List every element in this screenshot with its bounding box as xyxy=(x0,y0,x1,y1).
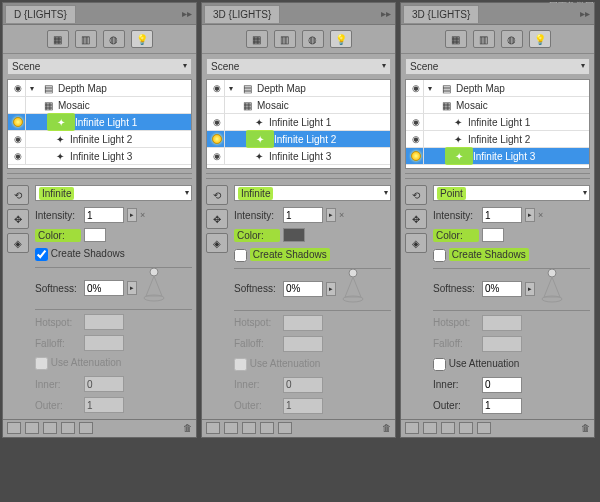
eye-icon[interactable]: ◉ xyxy=(14,83,22,93)
tree-depth-row[interactable]: ◉ ▾ ▤ Depth Map xyxy=(406,80,589,97)
intensity-input[interactable] xyxy=(283,207,323,223)
use-attenuation-row[interactable]: Use Attenuation xyxy=(433,358,590,371)
light-type-dropdown[interactable]: Point ▾ xyxy=(433,185,590,201)
toggle-icon[interactable] xyxy=(242,422,256,434)
softness-stepper[interactable]: ▸ xyxy=(525,282,535,296)
new-light-icon[interactable] xyxy=(206,422,220,434)
light-type-dropdown[interactable]: Infinite ▾ xyxy=(35,185,192,201)
misc-footer-icon[interactable] xyxy=(459,422,473,434)
color-swatch[interactable] xyxy=(84,228,106,242)
intensity-input[interactable] xyxy=(84,207,124,223)
panel-tab[interactable]: 3D {LIGHTS} xyxy=(403,5,479,23)
tree-light-row[interactable]: ◉ ✦ Infinite Light 2 xyxy=(406,131,589,148)
tree-light-row[interactable]: ◉ ✦ Infinite Light 1 xyxy=(406,114,589,131)
create-shadows-row[interactable]: Create Shadows xyxy=(433,248,590,262)
mesh-filter-icon[interactable]: ▥ xyxy=(473,30,495,48)
panel-tab[interactable]: 3D {LIGHTS} xyxy=(204,5,280,23)
intensity-stepper[interactable]: ▸ xyxy=(127,208,137,222)
point-tool-icon[interactable]: ◈ xyxy=(405,233,427,253)
scene-filter-icon[interactable]: ▦ xyxy=(246,30,268,48)
orbit-tool-icon[interactable]: ⟲ xyxy=(206,185,228,205)
misc-footer-icon[interactable] xyxy=(278,422,292,434)
collapse-arrows-icon[interactable]: ▸▸ xyxy=(182,8,192,19)
eye-icon[interactable]: ◉ xyxy=(213,83,221,93)
softness-input[interactable] xyxy=(84,280,124,296)
lights-filter-icon[interactable]: 💡 xyxy=(330,30,352,48)
delete-icon[interactable] xyxy=(224,422,238,434)
create-shadows-checkbox[interactable] xyxy=(35,248,48,261)
footer-trash-icon[interactable]: 🗑 xyxy=(581,423,590,433)
intensity-input[interactable] xyxy=(482,207,522,223)
create-shadows-row[interactable]: Create Shadows xyxy=(234,248,391,262)
new-light-icon[interactable] xyxy=(405,422,419,434)
new-light-icon[interactable] xyxy=(7,422,21,434)
tree-light-row[interactable]: ✦ Infinite Light 3 xyxy=(406,148,589,165)
scene-dropdown[interactable]: Scene ▾ xyxy=(405,58,590,75)
misc-footer-icon[interactable] xyxy=(260,422,274,434)
tree-light-row[interactable]: ✦ Infinite Light 1 xyxy=(8,114,191,131)
delete-icon[interactable] xyxy=(25,422,39,434)
use-attenuation-checkbox[interactable] xyxy=(433,358,446,371)
orbit-tool-icon[interactable]: ⟲ xyxy=(7,185,29,205)
color-swatch[interactable] xyxy=(482,228,504,242)
eye-icon[interactable]: ◉ xyxy=(213,117,221,127)
light-type-dropdown[interactable]: Infinite ▾ xyxy=(234,185,391,201)
outer-input[interactable] xyxy=(482,398,522,414)
misc-footer-icon[interactable] xyxy=(61,422,75,434)
panel-tab[interactable]: D {LIGHTS} xyxy=(5,5,76,23)
footer-trash-icon[interactable]: 🗑 xyxy=(382,423,391,433)
expand-icon[interactable]: ▾ xyxy=(28,84,36,93)
materials-filter-icon[interactable]: ◍ xyxy=(501,30,523,48)
lights-filter-icon[interactable]: 💡 xyxy=(131,30,153,48)
create-shadows-row[interactable]: Create Shadows xyxy=(35,248,192,261)
create-shadows-checkbox[interactable] xyxy=(234,249,247,262)
scene-filter-icon[interactable]: ▦ xyxy=(445,30,467,48)
delete-icon[interactable] xyxy=(423,422,437,434)
tree-light-row[interactable]: ◉ ✦ Infinite Light 2 xyxy=(8,131,191,148)
materials-filter-icon[interactable]: ◍ xyxy=(302,30,324,48)
intensity-stepper[interactable]: ▸ xyxy=(326,208,336,222)
toggle-icon[interactable] xyxy=(43,422,57,434)
softness-stepper[interactable]: ▸ xyxy=(127,281,137,295)
eye-icon[interactable]: ◉ xyxy=(412,117,420,127)
eye-icon[interactable]: ◉ xyxy=(412,134,420,144)
expand-icon[interactable]: ▾ xyxy=(227,84,235,93)
softness-input[interactable] xyxy=(482,281,522,297)
point-tool-icon[interactable]: ◈ xyxy=(7,233,29,253)
inner-input[interactable] xyxy=(482,377,522,393)
tree-light-row[interactable]: ◉ ✦ Infinite Light 1 xyxy=(207,114,390,131)
collapse-arrows-icon[interactable]: ▸▸ xyxy=(381,8,391,19)
tree-light-row[interactable]: ◉ ✦ Infinite Light 3 xyxy=(8,148,191,165)
tree-mosaic-row[interactable]: ▦ Mosaic xyxy=(8,97,191,114)
softness-stepper[interactable]: ▸ xyxy=(326,282,336,296)
intensity-stepper[interactable]: ▸ xyxy=(525,208,535,222)
mesh-filter-icon[interactable]: ▥ xyxy=(274,30,296,48)
tree-light-row[interactable]: ✦ Infinite Light 2 xyxy=(207,131,390,148)
create-shadows-checkbox[interactable] xyxy=(433,249,446,262)
toggle-icon[interactable] xyxy=(441,422,455,434)
orbit-tool-icon[interactable]: ⟲ xyxy=(405,185,427,205)
materials-filter-icon[interactable]: ◍ xyxy=(103,30,125,48)
eye-icon[interactable]: ◉ xyxy=(14,151,22,161)
softness-input[interactable] xyxy=(283,281,323,297)
tree-light-row[interactable]: ◉ ✦ Infinite Light 3 xyxy=(207,148,390,165)
tree-depth-row[interactable]: ◉ ▾ ▤ Depth Map xyxy=(207,80,390,97)
scene-dropdown[interactable]: Scene ▾ xyxy=(206,58,391,75)
point-tool-icon[interactable]: ◈ xyxy=(206,233,228,253)
scene-dropdown[interactable]: Scene ▾ xyxy=(7,58,192,75)
collapse-arrows-icon[interactable]: ▸▸ xyxy=(580,8,590,19)
scene-filter-icon[interactable]: ▦ xyxy=(47,30,69,48)
expand-icon[interactable]: ▾ xyxy=(426,84,434,93)
misc-footer-icon[interactable] xyxy=(477,422,491,434)
misc-footer-icon[interactable] xyxy=(79,422,93,434)
tree-mosaic-row[interactable]: ▦ Mosaic xyxy=(207,97,390,114)
eye-icon[interactable]: ◉ xyxy=(14,134,22,144)
move-tool-icon[interactable]: ✥ xyxy=(206,209,228,229)
footer-trash-icon[interactable]: 🗑 xyxy=(183,423,192,433)
tree-mosaic-row[interactable]: ▦ Mosaic xyxy=(406,97,589,114)
mesh-filter-icon[interactable]: ▥ xyxy=(75,30,97,48)
tree-depth-row[interactable]: ◉ ▾ ▤ Depth Map xyxy=(8,80,191,97)
color-swatch[interactable] xyxy=(283,228,305,242)
lights-filter-icon[interactable]: 💡 xyxy=(529,30,551,48)
eye-icon[interactable]: ◉ xyxy=(213,151,221,161)
